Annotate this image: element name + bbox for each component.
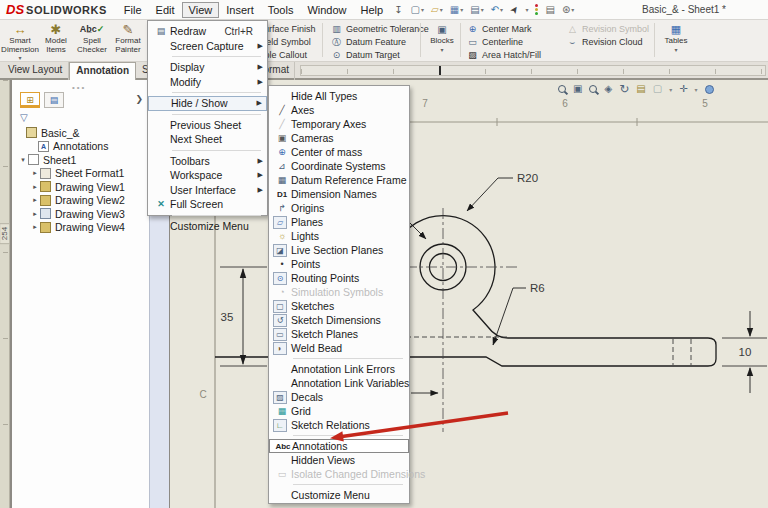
tree-row-sheet1[interactable]: ▾ Sheet1 [16,153,145,167]
submenu-item-axes[interactable]: ╱ Axes [269,103,409,117]
tree-row-drawing-view3[interactable]: ▸ Drawing View3 [16,207,145,221]
submenu-item-annotation-link-variables[interactable]: Annotation Link Variables [269,376,409,390]
panel-collapse-arrow[interactable]: ❯ [135,94,143,104]
tab-view-layout[interactable]: View Layout [2,62,69,80]
dropdown-icon[interactable]: ▾ [669,86,672,93]
submenu-item-datum-reference-frame[interactable]: ▦ Datum Reference Frame [269,173,409,187]
model-items-button[interactable]: ✱ Model Items [38,21,74,61]
menu-item-display[interactable]: Display▶ [148,60,267,75]
new-document-icon[interactable]: ▢▾ [411,4,424,15]
format-painter-button[interactable]: ✎ Format Painter [110,21,146,61]
submenu-item-hidden-views[interactable]: Hidden Views [269,453,409,467]
submenu-item-sketch-planes[interactable]: ▭ Sketch Planes [269,327,409,341]
tables-button[interactable]: ▦ Tables ▾ [658,21,694,61]
previous-view-icon[interactable]: ◈ [604,83,612,95]
undo-icon[interactable]: ↶▾ [491,4,503,15]
display-manager-icon[interactable]: ▤ [545,4,554,15]
submenu-item-sketches[interactable]: ▢ Sketches [269,299,409,313]
submenu-item-sketch-dimensions[interactable]: ↺ Sketch Dimensions [269,313,409,327]
submenu-item-cameras[interactable]: ▣ Cameras [269,131,409,145]
menu-item-workspace[interactable]: Workspace▶ [148,168,267,183]
blocks-dropdown-icon[interactable]: ▾ [440,46,443,53]
save-icon[interactable]: ▦▾ [450,4,463,15]
tab-annotation[interactable]: Annotation [69,62,136,80]
tree-row-annotations[interactable]: A Annotations [16,140,145,154]
revision-cloud-button[interactable]: ⌣ Revision Cloud [566,36,649,48]
tree-row-drawing-view1[interactable]: ▸ Drawing View1 [16,180,145,194]
select-dropdown-icon[interactable]: ▾ [525,6,528,13]
smart-dimension-dropdown-icon[interactable]: ▾ [18,54,21,61]
spell-checker-button[interactable]: Ab̲c✓ Spell Checker [74,21,110,61]
menu-item-previous-sheet[interactable]: Previous Sheet [148,118,267,133]
menu-item-toolbars[interactable]: Toolbars▶ [148,154,267,169]
dropdown-icon[interactable]: ▾ [695,86,698,93]
menu-item-full-screen[interactable]: ✕ Full Screen [148,197,267,212]
tables-dropdown-icon[interactable]: ▾ [674,46,677,53]
menu-edit[interactable]: Edit [149,2,182,18]
submenu-item-annotations[interactable]: Abc Annotations [269,439,409,453]
submenu-item-center-of-mass[interactable]: ⊕ Center of mass [269,145,409,159]
expand-arrow-icon[interactable]: ▸ [30,183,40,191]
menu-help[interactable]: Help [354,2,391,18]
submenu-item-planes[interactable]: ▱ Planes [269,215,409,229]
sheet-properties-icon[interactable]: ▤ [636,83,645,95]
menu-window[interactable]: Window [300,2,353,18]
expand-arrow-icon[interactable]: ▸ [30,223,40,231]
submenu-item-weld-bead[interactable]: ◗ Weld Bead [269,341,409,355]
rebuild-stoplight-icon[interactable] [535,4,538,15]
submenu-item-temporary-axes[interactable]: ╱ Temporary Axes [269,117,409,131]
menu-item-redraw[interactable]: ▤ Redraw Ctrl+R [148,24,267,39]
menu-item-screen-capture[interactable]: Screen Capture▶ [148,39,267,54]
menu-item-modify[interactable]: Modify▶ [148,75,267,90]
zoom-icon[interactable] [558,85,566,93]
menu-item-customize-menu[interactable]: Customize Menu [148,219,267,234]
menu-item-next-sheet[interactable]: Next Sheet [148,132,267,147]
open-icon[interactable]: ▱▾ [431,4,443,15]
datum-feature-button[interactable]: Ⓐ Datum Feature [330,36,429,48]
options-gear-icon[interactable]: ⊛▾ [562,4,574,15]
filter-funnel-icon[interactable]: ▽ [20,112,28,123]
submenu-item-routing-points[interactable]: ⊙ Routing Points [269,271,409,285]
submenu-item-sketch-relations[interactable]: ∟ Sketch Relations [269,418,409,432]
zoom-to-fit-icon[interactable]: ▣ [573,83,582,95]
zoom-to-area-icon[interactable] [589,85,597,93]
expand-arrow-icon[interactable]: ▸ [30,210,40,218]
blocks-button[interactable]: ▣ Blocks ▾ [424,21,460,61]
submenu-item-customize-menu[interactable]: Customize Menu [269,488,409,502]
tree-row-sheet-format1[interactable]: ▸ Sheet Format1 [16,167,145,181]
rotate-view-icon[interactable]: ↻ [619,83,629,95]
render-style-icon[interactable] [705,85,714,94]
center-mark-button[interactable]: ⊕ Center Mark [466,23,541,35]
print-icon[interactable]: ▤▾ [470,4,483,15]
menu-item-hide-show[interactable]: Hide / Show▶ [148,96,267,111]
tree-row-drawing-view4[interactable]: ▸ Drawing View4 [16,221,145,235]
feature-manager-tab[interactable]: ⊞ [20,92,40,108]
panel-grip-handle[interactable]: ••• [72,83,86,92]
smart-dimension-button[interactable]: ↔ Smart Dimension ▾ [2,21,38,61]
submenu-item-annotation-link-errors[interactable]: Annotation Link Errors [269,362,409,376]
menu-file[interactable]: File [117,2,149,18]
tree-root-row[interactable]: Basic_& [16,126,145,140]
menu-item-user-interface[interactable]: User Interface▶ [148,183,267,198]
centerline-button[interactable]: ▭ Centerline [466,36,541,48]
submenu-item-hide-all-types[interactable]: Hide All Types [269,89,409,103]
submenu-item-live-section-planes[interactable]: ◪ Live Section Planes [269,243,409,257]
datum-target-button[interactable]: ⊙ Datum Target [330,49,429,61]
select-cursor-icon[interactable]: ➤ [507,3,521,16]
submenu-item-lights[interactable]: ☼ Lights [269,229,409,243]
submenu-item-origins[interactable]: ↱ Origins [269,201,409,215]
expand-arrow-icon[interactable]: ▾ [18,156,28,164]
expand-arrow-icon[interactable]: ▸ [30,196,40,204]
submenu-item-decals[interactable]: ▨ Decals [269,390,409,404]
property-manager-tab[interactable]: ▤ [44,92,64,108]
submenu-item-points[interactable]: • Points [269,257,409,271]
menu-tools[interactable]: Tools [261,2,301,18]
view-settings-icon[interactable]: ▢ [653,83,662,95]
geometric-tolerance-button[interactable]: ▥ Geometric Tolerance [330,23,429,35]
pin-menubar-icon[interactable]: ↧ [394,4,402,15]
menu-view[interactable]: View [182,2,220,18]
submenu-item-dimension-names[interactable]: D1 Dimension Names [269,187,409,201]
area-hatch-fill-button[interactable]: ▨ Area Hatch/Fill [466,49,541,61]
hide-show-items-icon[interactable]: ✛ [679,83,687,95]
tree-row-drawing-view2[interactable]: ▸ Drawing View2 [16,194,145,208]
